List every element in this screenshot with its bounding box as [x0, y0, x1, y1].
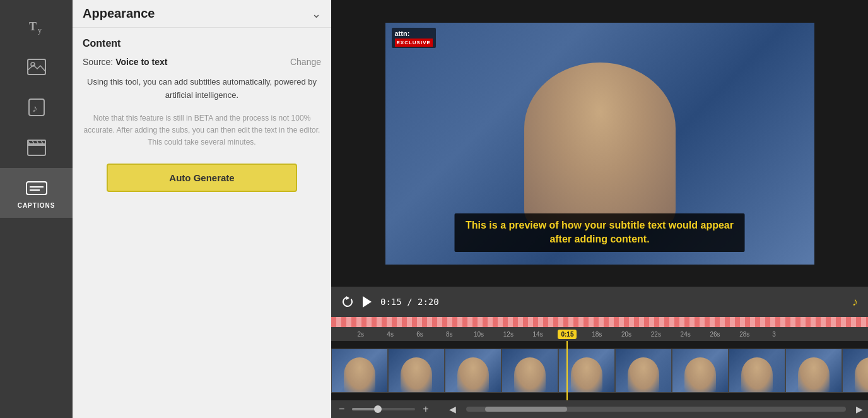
tick-3: 3: [772, 331, 776, 338]
thumb-7: [672, 349, 729, 393]
zoom-in-button[interactable]: +: [420, 403, 431, 415]
music-note-icon: ♪: [25, 96, 48, 119]
video-background: attn: EXCLUSIVE This is a preview of how…: [385, 23, 814, 265]
svg-rect-12: [26, 182, 47, 194]
image-icon: [25, 56, 48, 78]
zoom-slider-thumb[interactable]: [374, 405, 382, 413]
timeline-markers[interactable]: 2s 4s 6s 8s 10s 12s 14s 0:15 18s 20s 22s…: [331, 327, 868, 341]
video-container: attn: EXCLUSIVE This is a preview of how…: [331, 0, 868, 287]
content-section-title: Content: [83, 38, 321, 49]
subtitle-line1: This is a preview of how your subtitle t…: [466, 218, 734, 232]
exclusive-badge: EXCLUSIVE: [395, 39, 433, 47]
sidebar-item-audio[interactable]: ♪: [0, 87, 73, 128]
video-logo: attn: EXCLUSIVE: [392, 28, 436, 49]
sidebar-item-text[interactable]: T y: [0, 6, 73, 47]
current-time: 0:15: [380, 297, 402, 307]
tick-8s: 8s: [446, 331, 453, 338]
change-source-link[interactable]: Change: [290, 57, 321, 67]
svg-text:y: y: [38, 26, 42, 35]
person-silhouette: [524, 63, 676, 227]
tick-28s: 28s: [739, 331, 749, 338]
svg-text:T: T: [29, 20, 37, 33]
tick-20s: 20s: [621, 331, 631, 338]
svg-marker-16: [363, 296, 372, 308]
tick-14s: 14s: [533, 331, 543, 338]
clapperboard-icon: [25, 136, 48, 159]
captions-icon: [25, 177, 48, 200]
source-prefix-label: Source:: [83, 57, 113, 67]
subtitle-overlay: This is a preview of how your subtitle t…: [454, 213, 745, 252]
player-controls: 0:15 / 2:20 ♪: [331, 287, 868, 317]
tick-10s: 10s: [474, 331, 484, 338]
source-value-label: Voice to text: [115, 57, 167, 67]
tick-26s: 26s: [710, 331, 720, 338]
svg-marker-15: [346, 296, 349, 300]
logo-text: attn:: [395, 30, 410, 37]
timeline-thumbnails[interactable]: [331, 341, 868, 400]
panel-header: Appearance ⌄: [73, 0, 331, 28]
chevron-down-icon[interactable]: ⌄: [312, 7, 321, 21]
playhead-line: [566, 341, 568, 400]
thumb-10: [842, 349, 868, 393]
zoom-slider-fill: [352, 408, 377, 410]
zoom-slider-track: [352, 408, 415, 410]
svg-text:♪: ♪: [32, 103, 37, 114]
thumb-9: [785, 349, 842, 393]
tick-18s: 18s: [592, 331, 602, 338]
source-row: Source: Voice to text Change: [83, 57, 321, 67]
appearance-panel: Appearance ⌄ Content Source: Voice to te…: [73, 0, 331, 418]
scroll-right-button[interactable]: ▶: [856, 404, 863, 414]
thumb-8: [729, 349, 785, 393]
tick-2s: 2s: [358, 331, 365, 338]
tick-4s: 4s: [387, 331, 394, 338]
auto-generate-button[interactable]: Auto Generate: [107, 164, 297, 192]
timeline-strip: [331, 317, 868, 327]
tick-6s: 6s: [416, 331, 423, 338]
note-text: Note that this feature is still in BETA …: [83, 112, 321, 149]
current-time-marker: 0:15: [558, 330, 577, 339]
tick-24s: 24s: [681, 331, 691, 338]
music-note-icon[interactable]: ♪: [852, 296, 858, 309]
thumb-2: [388, 349, 445, 393]
info-text: Using this tool, you can add subtitles a…: [83, 76, 321, 102]
thumb-4: [501, 349, 558, 393]
subtitle-line2: after adding content.: [466, 232, 734, 246]
sidebar-item-image[interactable]: [0, 47, 73, 87]
svg-rect-2: [28, 59, 45, 75]
time-separator: /: [407, 297, 418, 307]
text-type-icon: T y: [25, 15, 48, 38]
zoom-out-button[interactable]: −: [336, 403, 347, 415]
thumb-3: [445, 349, 501, 393]
panel-content: Content Source: Voice to text Change Usi…: [73, 28, 331, 418]
total-time: 2:20: [418, 297, 439, 307]
thumb-1: [331, 349, 388, 393]
time-display: 0:15 / 2:20: [380, 297, 439, 307]
timeline-scroll-thumb[interactable]: [485, 407, 567, 412]
panel-title: Appearance: [83, 6, 155, 21]
video-frame: attn: EXCLUSIVE This is a preview of how…: [385, 23, 814, 265]
scroll-left-button[interactable]: ◀: [449, 404, 456, 414]
timeline-scrollbar[interactable]: [466, 407, 846, 412]
tick-12s: 12s: [503, 331, 513, 338]
captions-label: CAPTIONS: [18, 202, 56, 209]
restart-button[interactable]: [341, 296, 354, 308]
tick-22s: 22s: [651, 331, 661, 338]
restart-icon: [341, 296, 354, 308]
sidebar-item-captions[interactable]: CAPTIONS: [0, 168, 73, 218]
thumb-6: [615, 349, 672, 393]
timeline-area: 2s 4s 6s 8s 10s 12s 14s 0:15 18s 20s 22s…: [331, 317, 868, 418]
timeline-zoom-row: − + ◀ ▶: [331, 400, 868, 418]
icon-sidebar: T y ♪: [0, 0, 73, 418]
play-button[interactable]: [361, 296, 373, 308]
zoom-slider[interactable]: [352, 408, 415, 410]
play-icon: [361, 296, 373, 308]
main-area: attn: EXCLUSIVE This is a preview of how…: [331, 0, 868, 418]
sidebar-item-clips[interactable]: [0, 128, 73, 168]
